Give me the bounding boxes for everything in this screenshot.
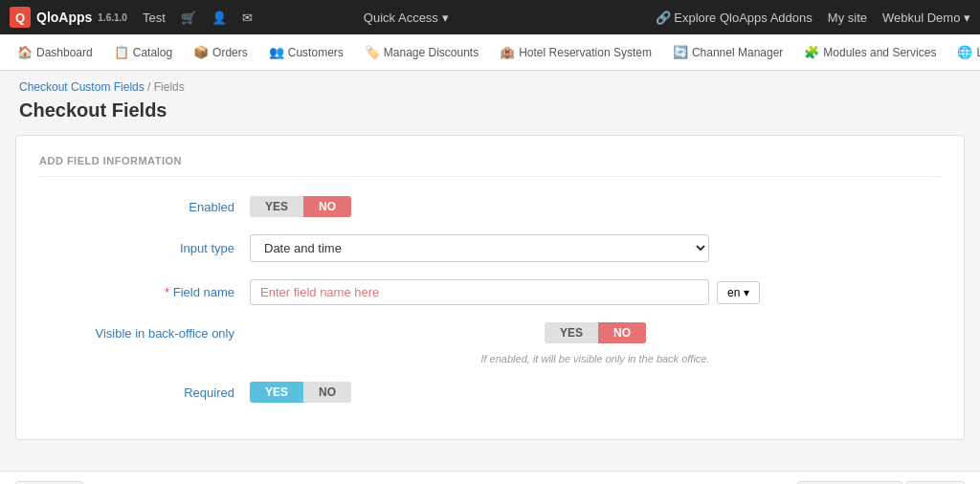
logo[interactable]: Q QloApps 1.6.1.0 bbox=[10, 7, 127, 28]
enabled-controls: YES NO bbox=[250, 196, 941, 217]
page-title: Checkout Fields bbox=[0, 98, 980, 135]
nav-customers[interactable]: 👥 Customers bbox=[259, 39, 353, 65]
mail-icon[interactable]: ✉ bbox=[242, 11, 253, 25]
lang-label: en bbox=[727, 286, 740, 299]
field-name-input[interactable] bbox=[250, 279, 709, 305]
field-name-row: Field name en ▾ bbox=[39, 279, 941, 305]
hotel-icon: 🏨 bbox=[500, 45, 515, 59]
enabled-yes-button[interactable]: YES bbox=[250, 196, 303, 217]
demo-dropdown[interactable]: Webkul Demo ▾ bbox=[882, 11, 970, 25]
explore-link[interactable]: 🔗 Explore QloApps Addons bbox=[656, 11, 813, 25]
enabled-label: Enabled bbox=[39, 200, 250, 214]
required-row: Required YES NO bbox=[39, 382, 941, 403]
visible-no-button[interactable]: NO bbox=[598, 322, 646, 343]
explore-icon: 🔗 bbox=[656, 11, 671, 25]
channel-icon: 🔄 bbox=[673, 45, 688, 59]
breadcrumb-link-1[interactable]: Checkout Custom Fields bbox=[19, 80, 145, 94]
localization-icon: 🌐 bbox=[957, 45, 972, 59]
modules-icon: 🧩 bbox=[804, 45, 819, 59]
visible-backoffice-controls: YES NO If enabled, it will be visible on… bbox=[250, 322, 941, 364]
cart-icon[interactable]: 🛒 bbox=[181, 11, 196, 25]
visible-backoffice-label: Visible in back-office only bbox=[39, 322, 250, 341]
nav-bar: 🏠 Dashboard 📋 Catalog 📦 Orders 👥 Custome… bbox=[0, 34, 980, 71]
enabled-no-button[interactable]: NO bbox=[303, 196, 351, 217]
catalog-icon: 📋 bbox=[114, 45, 129, 59]
required-label: Required bbox=[39, 385, 250, 400]
required-controls: YES NO bbox=[250, 382, 941, 403]
nav-orders[interactable]: 📦 Orders bbox=[184, 39, 257, 65]
nav-catalog[interactable]: 📋 Catalog bbox=[104, 39, 182, 65]
nav-modules[interactable]: 🧩 Modules and Services bbox=[794, 39, 946, 65]
breadcrumb: Checkout Custom Fields / Fields bbox=[0, 71, 980, 98]
enabled-toggle: YES NO bbox=[250, 196, 351, 217]
footer-bar: ✕ Cancel 💾 Save and stay 💾 Save bbox=[0, 471, 980, 484]
language-dropdown[interactable]: en ▾ bbox=[717, 281, 760, 304]
visible-toggle: YES NO bbox=[545, 322, 646, 343]
nav-discounts[interactable]: 🏷️ Manage Discounts bbox=[355, 39, 488, 65]
top-bar: Q QloApps 1.6.1.0 Test 🛒 👤 ✉ Quick Acces… bbox=[0, 0, 980, 34]
lang-arrow: ▾ bbox=[744, 286, 749, 299]
card-header: ADD FIELD INFORMATION bbox=[39, 155, 941, 177]
main-content: ADD FIELD INFORMATION Enabled YES NO Inp… bbox=[0, 135, 980, 455]
field-name-label: Field name bbox=[39, 285, 250, 299]
required-toggle: YES NO bbox=[250, 382, 351, 403]
nav-hotel[interactable]: 🏨 Hotel Reservation System bbox=[490, 39, 661, 65]
input-type-label: Input type bbox=[39, 241, 250, 255]
discounts-icon: 🏷️ bbox=[365, 45, 380, 59]
nav-localization[interactable]: 🌐 Localization bbox=[947, 39, 980, 65]
user-icon[interactable]: 👤 bbox=[212, 11, 227, 25]
visible-yes-button[interactable]: YES bbox=[545, 322, 598, 343]
quick-access-menu[interactable]: Quick Access ▾ bbox=[364, 11, 449, 25]
breadcrumb-current: Fields bbox=[154, 80, 185, 94]
visible-backoffice-row: Visible in back-office only YES NO If en… bbox=[39, 322, 941, 364]
input-type-select[interactable]: Date and time Text Number Checkbox Radio… bbox=[250, 234, 709, 262]
orders-icon: 📦 bbox=[193, 45, 209, 59]
customers-icon: 👥 bbox=[269, 45, 284, 59]
required-yes-button[interactable]: YES bbox=[250, 382, 303, 403]
enabled-row: Enabled YES NO bbox=[39, 196, 941, 217]
form-card: ADD FIELD INFORMATION Enabled YES NO Inp… bbox=[15, 135, 965, 440]
required-no-button[interactable]: NO bbox=[303, 382, 351, 403]
input-type-row: Input type Date and time Text Number Che… bbox=[39, 234, 941, 262]
nav-dashboard[interactable]: 🏠 Dashboard bbox=[8, 39, 102, 65]
dashboard-icon: 🏠 bbox=[17, 45, 33, 59]
nav-channel[interactable]: 🔄 Channel Manager bbox=[663, 39, 792, 65]
logo-text: QloApps bbox=[36, 10, 92, 25]
input-type-controls: Date and time Text Number Checkbox Radio… bbox=[250, 234, 941, 262]
test-label: Test bbox=[143, 11, 166, 25]
mysite-link[interactable]: My site bbox=[828, 11, 867, 25]
top-bar-right: 🔗 Explore QloApps Addons My site Webkul … bbox=[656, 11, 970, 25]
field-name-controls: en ▾ bbox=[250, 279, 941, 305]
logo-icon: Q bbox=[10, 7, 31, 28]
visible-help-text: If enabled, it will be visible only in t… bbox=[480, 353, 709, 364]
version-text: 1.6.1.0 bbox=[98, 12, 127, 23]
